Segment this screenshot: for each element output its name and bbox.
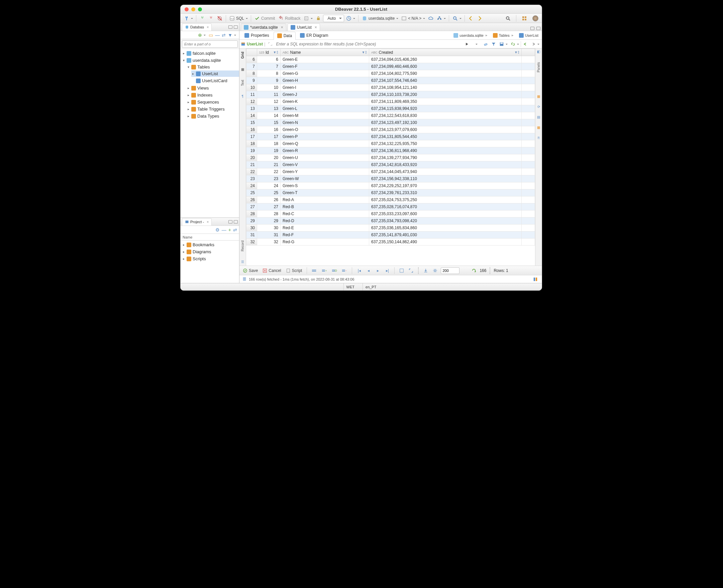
table-row[interactable]: 1414Green-M637,234,122,543,618,830 [246, 112, 535, 119]
panel-export-button[interactable]: ⎘ [538, 136, 540, 140]
invalidate-button[interactable] [216, 15, 224, 22]
apply-filter-button[interactable] [463, 40, 470, 48]
twist-icon[interactable] [187, 114, 190, 118]
refresh-button[interactable] [470, 267, 478, 274]
cell-created[interactable]: 637,234,099,460,446,600 [369, 63, 522, 70]
cell-created[interactable]: 637,235,141,879,491,030 [369, 232, 522, 238]
twist-icon[interactable] [182, 51, 185, 55]
cell-name[interactable]: Green-S [281, 183, 369, 189]
cell-created[interactable]: 637,234,123,497,192,100 [369, 119, 522, 126]
cell-id[interactable]: 24 [257, 183, 281, 189]
cell-id[interactable]: 12 [257, 98, 281, 105]
funnel-icon[interactable]: ▼‡ [362, 50, 367, 54]
row-number-cell[interactable]: 9 [246, 77, 257, 84]
cell-name[interactable]: Red-D [281, 217, 369, 225]
table-row[interactable]: 2929Red-D637,235,034,793,098,420 [246, 217, 535, 225]
project-tree[interactable]: BookmarksDiagramsScripts [181, 240, 239, 283]
sql-filter-input[interactable] [275, 41, 396, 47]
cell-created[interactable]: 637,234,142,818,433,920 [369, 161, 522, 168]
cell-created[interactable]: 637,234,123,977,079,600 [369, 126, 522, 133]
cell-name[interactable]: Red-C [281, 210, 369, 217]
cell-id[interactable]: 6 [257, 56, 281, 63]
tree-node[interactable]: Indexes [187, 92, 239, 98]
cell-created[interactable]: 637,234,108,954,121,140 [369, 84, 522, 91]
page-size-input[interactable] [441, 267, 460, 274]
cell-id[interactable]: 22 [257, 168, 281, 175]
table-row[interactable]: 66Green-E637,234,094,015,406,260 [246, 56, 535, 63]
record-mode-icon[interactable]: ☰ [241, 260, 244, 264]
cell-id[interactable]: 17 [257, 133, 281, 140]
cell-created[interactable]: 637,235,036,165,834,860 [369, 225, 522, 232]
filter-history-button[interactable] [471, 40, 479, 48]
save-filter-button[interactable] [498, 40, 509, 48]
fit-button[interactable] [407, 267, 415, 274]
cell-name[interactable]: Green-M [281, 112, 369, 119]
first-page-button[interactable]: |◂ [356, 267, 363, 274]
row-number-cell[interactable]: 11 [246, 91, 257, 98]
row-number-cell[interactable]: 26 [246, 196, 257, 204]
filter-mini-button[interactable]: ▼ [228, 33, 237, 37]
avatar-button[interactable] [531, 15, 540, 22]
global-search-button[interactable] [504, 15, 512, 22]
cell-id[interactable]: 19 [257, 147, 281, 154]
table-row[interactable]: 2020Green-U637,234,139,277,934,790 [246, 154, 535, 161]
table-row[interactable]: 1616Green-O637,234,123,977,079,600 [246, 126, 535, 133]
breadcrumb-item[interactable]: UserList [517, 33, 540, 38]
cell-created[interactable]: 637,234,136,811,968,490 [369, 147, 522, 154]
twist-icon[interactable] [182, 59, 185, 62]
twist-icon[interactable] [187, 100, 190, 104]
tree-node[interactable]: UserListCard [191, 78, 239, 84]
cell-id[interactable]: 13 [257, 105, 281, 112]
twist-icon[interactable] [187, 65, 190, 69]
link-mini-button[interactable]: ⇄ [222, 33, 226, 37]
row-number-cell[interactable]: 17 [246, 133, 257, 140]
table-row[interactable]: 1818Green-Q637,234,132,225,935,750 [246, 140, 535, 147]
cell-name[interactable]: Red-B [281, 204, 369, 210]
cell-id[interactable]: 21 [257, 161, 281, 168]
folder-mini-button[interactable]: ▭ [209, 33, 213, 37]
cell-name[interactable]: Green-L [281, 105, 369, 112]
new-conn-mini-button[interactable]: ⊕ [198, 33, 207, 37]
last-page-button[interactable]: ▸| [384, 267, 391, 274]
cell-name[interactable]: Red-E [281, 225, 369, 232]
delete-row-button[interactable]: − [340, 267, 348, 274]
breadcrumb-item[interactable]: userdata.sqlite▸ [451, 33, 489, 38]
row-number-cell[interactable]: 24 [246, 183, 257, 189]
new-connection-button[interactable] [183, 15, 194, 22]
twist-icon[interactable] [182, 243, 185, 247]
row-number-cell[interactable]: 16 [246, 126, 257, 133]
subtab-data[interactable]: Data [274, 32, 296, 40]
row-number-cell[interactable]: 22 [246, 168, 257, 175]
cell-id[interactable]: 10 [257, 84, 281, 91]
cell-name[interactable]: Green-E [281, 56, 369, 63]
autosize-button[interactable] [398, 267, 405, 274]
editor-tab[interactable]: UserList× [287, 23, 320, 31]
row-number-cell[interactable]: 6 [246, 56, 257, 63]
tree-node[interactable]: Data Types [187, 113, 239, 119]
result-tabs-button[interactable] [532, 276, 539, 283]
close-icon[interactable]: × [281, 25, 283, 30]
cell-created[interactable]: 637,234,122,543,618,830 [369, 112, 522, 119]
tree-node[interactable]: Scripts [182, 256, 239, 262]
cell-name[interactable]: Green-N [281, 119, 369, 126]
cell-id[interactable]: 28 [257, 210, 281, 217]
nav-forward-button[interactable] [476, 15, 484, 22]
record-mode-tab[interactable]: Record [241, 238, 244, 253]
table-row[interactable]: 1919Green-R637,234,136,811,968,490 [246, 147, 535, 154]
rollback-button[interactable]: Rollback [277, 15, 302, 22]
tree-node[interactable]: userdata.sqlite [182, 57, 239, 63]
cell-name[interactable]: Green-Y [281, 168, 369, 175]
cell-created[interactable]: 637,234,115,838,994,920 [369, 105, 522, 112]
cell-name[interactable]: Green-K [281, 98, 369, 105]
cell-name[interactable]: Green-O [281, 126, 369, 133]
twist-icon[interactable] [187, 86, 190, 90]
cell-id[interactable]: 11 [257, 91, 281, 98]
cell-created[interactable]: 637,234,107,554,746,640 [369, 77, 522, 84]
data-grid[interactable]: 123Id▼‡ABCName▼‡ABCCreated▼‡66Green-E637… [246, 48, 535, 266]
table-row[interactable]: 77Green-F637,234,099,460,446,600 [246, 63, 535, 70]
script-button[interactable]: Script [285, 267, 304, 274]
row-number-cell[interactable]: 14 [246, 112, 257, 119]
table-row[interactable]: 2727Red-B637,235,028,716,074,870 [246, 204, 535, 210]
close-window-button[interactable] [185, 7, 188, 12]
navigator-filter-input[interactable] [182, 40, 238, 48]
